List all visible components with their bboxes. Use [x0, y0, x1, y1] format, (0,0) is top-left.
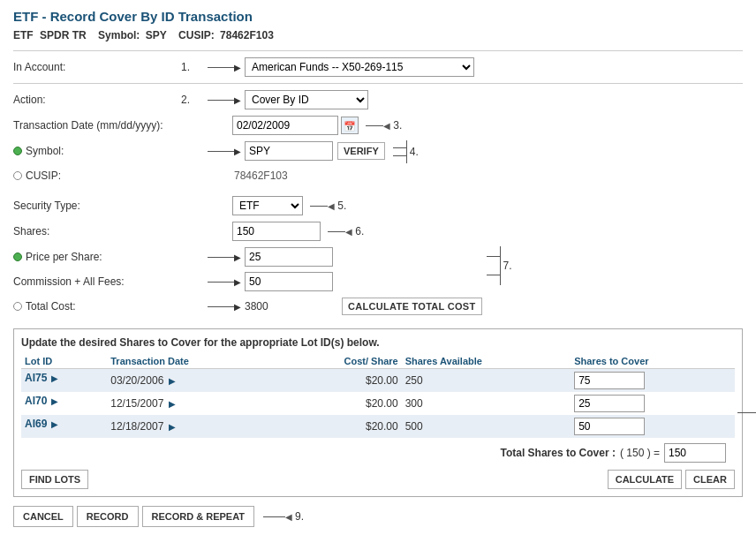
verify-button[interactable]: VERIFY [337, 142, 385, 160]
total-cost-text: Total Cost: [26, 300, 76, 313]
lot-cost-cell: $20.00 [279, 392, 402, 415]
step1-line [208, 67, 234, 68]
step4-bracket-vertical [406, 140, 407, 163]
step5-right-arrow: ◀ 5. [310, 200, 346, 212]
step2-arrowhead: ▶ [234, 95, 241, 105]
symbol-input[interactable]: SPY [245, 141, 333, 161]
lot-id-expand-button[interactable]: ▶ [49, 396, 60, 406]
record-repeat-button[interactable]: RECORD & REPEAT [142, 506, 255, 527]
col-transaction-date: Transaction Date [107, 354, 278, 369]
step1-num: 1. [181, 61, 208, 73]
transaction-date-input[interactable]: 02/02/2009 [232, 116, 338, 135]
lot-cost-text: $20.00 [366, 397, 398, 410]
page-title: ETF - Record Cover By ID Transaction [13, 9, 743, 24]
action-select[interactable]: Cover By ID [245, 90, 368, 109]
commission-label: Commission + All Fees: [13, 275, 181, 288]
step5-num: 5. [337, 200, 346, 212]
cusip-row: CUSIP: 78462F103 [13, 165, 385, 186]
symbol-radio-dot[interactable] [13, 147, 22, 155]
calendar-icon[interactable]: 📅 [341, 117, 359, 134]
step2-line [208, 100, 234, 101]
lot-footer-right-btns: CALCULATE CLEAR [608, 470, 735, 489]
lot-date-text: 03/20/2006 [110, 374, 163, 387]
in-account-select[interactable]: American Funds -- X50-269-115 [245, 57, 474, 77]
step7-line2 [208, 282, 234, 283]
etf-name: SPDR TR [40, 29, 87, 41]
step3-right-line [366, 125, 383, 126]
step7-group: Price per Share: ▶ 25 Commission + All F… [13, 246, 743, 321]
lot-date-expand-button[interactable]: ▶ [167, 422, 178, 432]
lot-cost-cell: $20.00 [279, 415, 402, 438]
top-divider [13, 50, 743, 51]
security-type-select[interactable]: ETF [232, 196, 303, 215]
total-parens: ( 150 ) = [620, 447, 660, 459]
calculate-button[interactable]: CALCULATE [608, 470, 682, 489]
step9-annotation: ◀ 9. [263, 510, 304, 523]
lot-header-text: Update the desired Shares to Cover for t… [21, 336, 735, 349]
step7-bracket-lines [487, 256, 500, 275]
transaction-date-label: Transaction Date (mm/dd/yyyy): [13, 119, 181, 132]
step7-arrow2: ▶ [208, 277, 241, 287]
step7-fields: Price per Share: ▶ 25 Commission + All F… [13, 246, 482, 321]
price-per-share-row: Price per Share: ▶ 25 [13, 246, 482, 268]
lot-date-expand-button[interactable]: ▶ [167, 399, 178, 409]
step7-annotation: 7. [487, 246, 512, 285]
step4-annotation: 4. [389, 140, 419, 163]
lot-date-text: 12/15/2007 [110, 397, 163, 410]
step3-right-arrow: ◀ 3. [366, 119, 402, 132]
step6-num: 6. [355, 225, 364, 237]
step8-annotation: ◀ 8. [737, 407, 756, 419]
step4-fields: Symbol: ▶ SPY VERIFY CUSIP: 78462F103 [13, 140, 385, 191]
step6-right-arrow: ◀ 6. [328, 225, 364, 237]
step7-bracket-vertical [500, 246, 501, 285]
price-per-share-input[interactable]: 25 [245, 247, 333, 267]
record-button[interactable]: RECORD [77, 506, 139, 527]
col-shares-to-cover: Shares to Cover [571, 354, 735, 369]
lot-date-expand-button[interactable]: ▶ [167, 376, 178, 386]
step7-arrowhead2: ▶ [234, 277, 241, 287]
lot-shares-to-cover-input[interactable] [574, 418, 645, 435]
lot-id-text: AI69 [25, 418, 47, 430]
lot-shares-available-text: 250 [405, 374, 423, 387]
shares-input[interactable]: 150 [232, 222, 321, 241]
col-lot-id: Lot ID [21, 354, 107, 369]
step6-right-line [328, 231, 345, 232]
security-type-label: Security Type: [13, 200, 181, 212]
step7-arrow3: ▶ [208, 302, 241, 312]
in-account-row: In Account: 1. ▶ American Funds -- X50-2… [13, 57, 743, 78]
lot-shares-available-text: 500 [405, 420, 423, 433]
col-shares-available: Shares Available [402, 354, 571, 369]
action-label: Action: [13, 94, 181, 106]
lot-cost-text: $20.00 [366, 420, 398, 433]
price-radio-dot[interactable] [13, 252, 22, 261]
step4-bracket-bottom [393, 155, 406, 156]
lot-date-text: 12/18/2007 [110, 420, 163, 433]
lot-table-row: AI70 ▶ 12/15/2007 ▶ $20.00 300 [21, 392, 735, 415]
lot-id-expand-button[interactable]: ▶ [49, 373, 60, 383]
cancel-button[interactable]: CANCEL [13, 506, 73, 527]
step8-line [737, 412, 756, 413]
lot-shares-available-cell: 500 [402, 415, 571, 438]
step4-bracket-top [393, 147, 406, 148]
symbol-radio-label: Symbol: [13, 145, 181, 157]
total-shares-input[interactable]: 150 [664, 443, 726, 463]
transaction-date-row: Transaction Date (mm/dd/yyyy): 02/02/200… [13, 115, 743, 136]
lot-shares-to-cover-input[interactable] [574, 372, 645, 389]
total-cost-radio-dot[interactable] [13, 302, 22, 311]
lot-id-cell: AI69 ▶ [21, 415, 107, 433]
lot-table: Lot ID Transaction Date Cost/ Share Shar… [21, 354, 735, 438]
calculate-total-cost-button[interactable]: CALCULATE TOTAL COST [342, 298, 482, 315]
security-type-row: Security Type: ETF ◀ 5. [13, 195, 743, 216]
lot-shares-to-cover-input[interactable] [574, 395, 645, 412]
cusip-radio-dot[interactable] [13, 171, 22, 180]
price-per-share-label: Price per Share: [13, 251, 181, 263]
lot-footer: FIND LOTS CALCULATE CLEAR [21, 470, 735, 489]
lot-table-body: AI75 ▶ 03/20/2006 ▶ $20.00 250 AI70 ▶ [21, 369, 735, 439]
lot-shares-available-cell: 250 [402, 369, 571, 393]
commission-input[interactable]: 50 [245, 272, 333, 291]
find-lots-button[interactable]: FIND LOTS [21, 470, 88, 489]
step2-arrow: ▶ [208, 95, 241, 105]
cusip-radio-text: CUSIP: [26, 170, 61, 182]
clear-button[interactable]: CLEAR [685, 470, 735, 489]
lot-id-expand-button[interactable]: ▶ [49, 419, 60, 429]
